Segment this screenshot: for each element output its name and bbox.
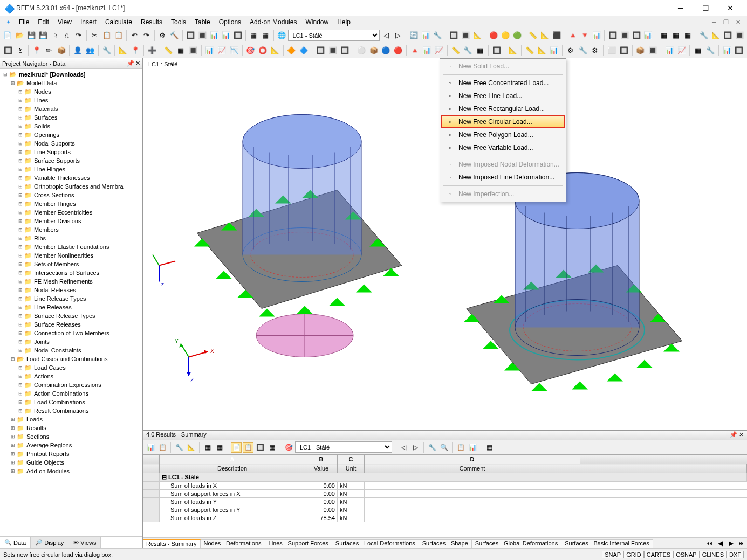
toolbar-button[interactable]: 📐 <box>539 30 551 42</box>
toolbar-button[interactable]: 🔧 <box>577 45 589 57</box>
status-glines[interactable]: GLINES <box>700 551 727 558</box>
results-toolbar-button[interactable]: ◁ <box>398 442 409 453</box>
tree-item-surface-releases[interactable]: ⊞Surface Releases <box>0 320 142 329</box>
toolbar-button[interactable]: ⬛ <box>551 30 563 42</box>
toolbar-button[interactable]: 🖱 <box>15 45 26 57</box>
mdi-close[interactable]: ✕ <box>733 18 743 26</box>
tree-item-joints[interactable]: ⊞Joints <box>0 337 142 346</box>
tree-item-lines[interactable]: ⊞Lines <box>0 96 142 105</box>
maximize-button[interactable]: ☐ <box>693 0 718 16</box>
toolbar-button[interactable]: 📐 <box>508 45 519 57</box>
toolbar-button[interactable]: 🔻 <box>579 30 591 42</box>
toolbar-button[interactable]: 📊 <box>220 30 231 42</box>
toolbar-button[interactable]: 🔲 <box>2 45 14 57</box>
toolbar-button[interactable]: 🔄 <box>408 30 420 42</box>
toolbar-button[interactable]: ▦ <box>682 30 694 42</box>
toolbar-button[interactable]: 📂 <box>14 30 25 42</box>
tree-item-variable-thicknesses[interactable]: ⊞Variable Thicknesses <box>0 174 142 182</box>
toolbar-button[interactable]: 👤 <box>72 45 84 57</box>
results-tab-surfaces-basic-internal-forces[interactable]: Surfaces - Basic Internal Forces <box>561 539 653 548</box>
tab-nav-prev[interactable]: ◀ <box>715 538 725 549</box>
table-row[interactable]: Sum of support forces in Y0.00kN <box>143 506 747 514</box>
menu-results[interactable]: Results <box>136 17 167 27</box>
toolbar-button[interactable]: 📈 <box>433 45 445 57</box>
toolbar-button[interactable]: ✂ <box>89 30 100 42</box>
toolbar-button[interactable]: 🔲 <box>184 30 196 42</box>
toolbar-button[interactable]: ▦ <box>659 30 670 42</box>
toolbar-button[interactable]: 📊 <box>204 45 216 57</box>
tree-item-sections[interactable]: ⊞Sections <box>0 432 142 441</box>
toolbar-button[interactable]: 📊 <box>208 30 220 42</box>
results-toolbar-button[interactable]: 📋 <box>243 442 253 453</box>
toolbar-button[interactable]: ⚙ <box>565 45 577 57</box>
tree-item-load-combinations[interactable]: ⊞Load Combinations <box>0 398 142 406</box>
menu-item-new-free-line-load-[interactable]: ▫New Free Line Load... <box>441 89 565 102</box>
menu-file[interactable]: File <box>15 17 33 27</box>
toolbar-button[interactable]: ▦ <box>474 45 486 57</box>
toolbar-button[interactable]: ⭕ <box>257 45 269 57</box>
results-tab-nodes-deformations[interactable]: Nodes - Deformations <box>201 539 265 548</box>
toolbar-button[interactable]: ⎌ <box>61 30 73 42</box>
results-toolbar-button[interactable]: 📊 <box>467 442 478 453</box>
tree-item-line-releases[interactable]: ⊞Line Releases <box>0 303 142 312</box>
toolbar-button[interactable]: 🔲 <box>448 30 460 42</box>
tree-item-mezikruzi-downloads-[interactable]: ⊟mezikruzi* [Downloads] <box>0 70 142 79</box>
menu-item-new-free-variable-load-[interactable]: ▫New Free Variable Load... <box>441 141 565 154</box>
toolbar-button[interactable]: ↷ <box>141 30 152 42</box>
toolbar-button[interactable]: 🌐 <box>276 30 287 42</box>
toolbar-button[interactable]: 📊 <box>721 45 733 57</box>
tree-item-action-combinations[interactable]: ⊞Action Combinations <box>0 389 142 398</box>
results-toolbar-button[interactable]: 🔧 <box>174 442 184 453</box>
results-toolbar-button[interactable]: 🎯 <box>283 442 294 453</box>
col-letter-C[interactable]: C <box>338 455 365 464</box>
toolbar-button[interactable]: 🔺 <box>409 45 421 57</box>
toolbar-button[interactable]: 📏 <box>450 45 462 57</box>
toolbar-button[interactable]: 📐 <box>269 45 281 57</box>
toolbar-button[interactable]: 🔴 <box>392 45 404 57</box>
toolbar-button[interactable]: ⬜ <box>606 45 618 57</box>
col-value[interactable]: Value <box>305 464 338 473</box>
results-pin-icon[interactable]: 📌 <box>730 431 737 438</box>
tree-item-results[interactable]: ⊞Results <box>0 424 142 432</box>
col-letter-A[interactable]: A <box>160 455 305 464</box>
menu-table[interactable]: Table <box>190 17 215 27</box>
tree-item-connection-of-two-members[interactable]: ⊞Connection of Two Members <box>0 329 142 337</box>
toolbar-button[interactable]: 🔲 <box>232 30 243 42</box>
col-letter-D[interactable]: D <box>365 455 580 464</box>
navigator-close-icon[interactable]: ✕ <box>135 60 140 67</box>
toolbar-button[interactable]: 📋 <box>113 30 124 42</box>
toolbar-button[interactable]: ▦ <box>670 30 682 42</box>
toolbar-button[interactable]: ↷ <box>73 30 84 42</box>
toolbar-button[interactable]: 💾 <box>26 30 37 42</box>
results-lc-select[interactable]: LC1 - Stálé <box>295 441 392 453</box>
menu-options[interactable]: Options <box>215 17 245 27</box>
toolbar-button[interactable]: 👥 <box>84 45 96 57</box>
table-row[interactable]: Sum of loads in X0.00kN <box>143 482 747 490</box>
menu-item-new-free-rectangular-load-[interactable]: ▫New Free Rectangular Load... <box>441 102 565 115</box>
toolbar-button[interactable]: 🔴 <box>488 30 499 42</box>
toolbar-button[interactable]: 📈 <box>676 45 688 57</box>
toolbar-button[interactable]: 📊 <box>421 45 433 57</box>
navigator-pin-icon[interactable]: 📌 <box>127 60 134 67</box>
results-close-icon[interactable]: ✕ <box>739 431 744 438</box>
tree-item-guide-objects[interactable]: ⊞Guide Objects <box>0 458 142 467</box>
toolbar-button[interactable]: 🔳 <box>647 45 659 57</box>
viewport-3d[interactable]: LC1 : Stálé <box>143 58 747 430</box>
tree-item-member-hinges[interactable]: ⊞Member Hinges <box>0 199 142 208</box>
toolbar-button[interactable]: ▦ <box>260 30 271 42</box>
tree-item-printout-reports[interactable]: ⊞Printout Reports <box>0 450 142 458</box>
toolbar-button[interactable]: 🔵 <box>380 45 392 57</box>
tree-item-surface-supports[interactable]: ⊞Surface Supports <box>0 156 142 165</box>
menu-help[interactable]: Help <box>333 17 355 27</box>
toolbar-button[interactable]: 📊 <box>642 30 654 42</box>
results-toolbar-button[interactable]: 📐 <box>186 442 196 453</box>
toolbar-button[interactable]: 📐 <box>536 45 548 57</box>
toolbar-button[interactable]: 🔳 <box>187 45 199 57</box>
tree-item-nodes[interactable]: ⊞Nodes <box>0 87 142 96</box>
tree-item-member-nonlinearities[interactable]: ⊞Member Nonlinearities <box>0 251 142 260</box>
toolbar-button[interactable]: 🔲 <box>733 45 745 57</box>
toolbar-button[interactable]: 🔳 <box>460 30 471 42</box>
tree-item-model-data[interactable]: ⊟Model Data <box>0 79 142 87</box>
toolbar-button[interactable]: 📄 <box>2 30 13 42</box>
toolbar-button[interactable]: 📐 <box>710 30 721 42</box>
